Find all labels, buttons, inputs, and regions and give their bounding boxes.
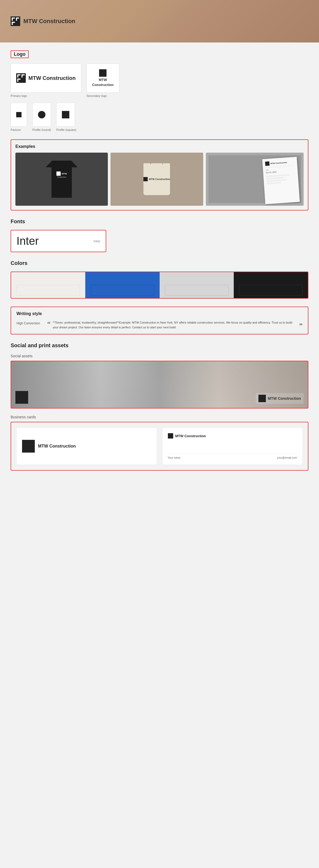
profile-round-icon xyxy=(38,111,46,118)
social-banner-right-qr-icon xyxy=(258,395,266,402)
paper-qr-icon xyxy=(265,161,269,166)
profile-square-card xyxy=(56,103,75,127)
bag-company-name: MTW Construction xyxy=(149,178,170,181)
bag-qr-icon xyxy=(143,177,148,181)
bizcard-front-qr-icon xyxy=(22,440,35,453)
example-paper: MTW Construction Date Oct 22, 2022 xyxy=(206,153,303,206)
profile-round-label: Profile (round) xyxy=(32,128,51,131)
bizcard-front: MTW Construction xyxy=(17,428,157,465)
favicon-item: Favicon xyxy=(11,103,27,131)
logo-top-row: MTW Construction Primary logo MTW Constr… xyxy=(11,63,308,97)
profile-square-item: Profile (square) xyxy=(56,103,76,131)
bizcard-back-company-name: MTW Construction xyxy=(175,434,206,438)
color-denim: Denim xyxy=(85,272,160,298)
primary-logo-label: Primary logo xyxy=(11,94,27,97)
bizcard-back-top: MTW Construction xyxy=(168,433,297,438)
examples-section: Examples MTW Construction xyxy=(11,140,308,211)
examples-title: Examples xyxy=(16,144,303,149)
hero-logo: MTW Construction xyxy=(11,17,76,26)
tshirt-qr-icon xyxy=(57,172,61,176)
profile-round-card xyxy=(32,103,51,127)
bizcard-subtitle: Business cards xyxy=(11,415,308,419)
social-banner-left-logo xyxy=(16,391,28,404)
quote-open: “ xyxy=(47,320,51,330)
example-bag: MTW Construction xyxy=(111,153,203,206)
color-porcelain: Porcelain xyxy=(11,272,85,298)
logo-bottom-row: Favicon Profile (round) Profile (square) xyxy=(11,103,308,131)
writing-title: Writing style xyxy=(17,311,302,316)
secondary-logo-line2: Construction xyxy=(92,83,114,87)
fonts-title: Fonts xyxy=(11,218,308,224)
bizcard-your-name: Your name xyxy=(168,456,181,459)
social-print-title: Social and print assets xyxy=(11,342,308,348)
social-banner: MTW Construction xyxy=(11,361,308,408)
primary-qr-icon xyxy=(16,73,26,83)
writing-quote: “ **Tones: professional, trustworthy, st… xyxy=(47,320,302,330)
fonts-section: Fonts Inter Inter xyxy=(11,218,308,252)
favicon-icon xyxy=(16,112,22,117)
color-porcelain-swatch xyxy=(17,285,80,296)
color-iron: Iron xyxy=(160,272,234,298)
bizcard-front-company-name: MTW Construction xyxy=(38,444,76,448)
secondary-logo-item: MTW Construction Secondary logo xyxy=(87,63,119,97)
social-banner-right-logo: MTW Construction xyxy=(256,393,303,404)
secondary-logo-label: Secondary logo xyxy=(87,94,107,97)
color-iron-swatch xyxy=(165,285,228,296)
primary-logo-display: MTW Construction xyxy=(16,73,76,83)
social-assets-subtitle: Social assets xyxy=(11,354,308,358)
color-denim-swatch xyxy=(91,285,154,296)
secondary-qr-icon xyxy=(99,69,107,77)
profile-square-icon xyxy=(62,111,69,118)
writing-row: High Conversion “ **Tones: professional,… xyxy=(17,320,302,330)
social-banner-company-name: MTW Construction xyxy=(268,396,301,401)
color-woodsmoke-swatch xyxy=(239,285,302,296)
primary-logo-card: MTW Construction xyxy=(11,63,81,93)
font-display: Inter xyxy=(17,235,39,247)
colors-title: Colors xyxy=(11,260,308,266)
bizcard-back-bottom: Your name your@email.com xyxy=(168,454,297,459)
favicon-label: Favicon xyxy=(11,128,21,131)
bizcard-back: MTW Construction Your name your@email.co… xyxy=(162,428,303,465)
bizcard-back-qr-icon xyxy=(168,433,173,438)
primary-logo-name: MTW Construction xyxy=(28,75,76,81)
secondary-logo-card: MTW Construction xyxy=(87,63,119,93)
logo-section: Logo MTW Construction Primary logo MTW xyxy=(11,51,308,131)
logo-section-title: Logo xyxy=(11,51,29,58)
profile-round-item: Profile (round) xyxy=(32,103,51,131)
writing-section: Writing style High Conversion “ **Tones:… xyxy=(11,307,308,335)
colors-grid: Porcelain Denim Iron Woodsmoke xyxy=(11,272,308,299)
example-tshirt: MTW Construction xyxy=(16,153,108,206)
writing-label: High Conversion xyxy=(17,320,43,325)
hero-banner: MTW Construction xyxy=(0,0,319,42)
main-content: Logo MTW Construction Primary logo MTW xyxy=(0,42,319,487)
font-name: Inter xyxy=(93,239,100,243)
colors-section: Colors Porcelain Denim Iron Woodsmoke xyxy=(11,260,308,299)
quote-close: ” xyxy=(299,322,302,330)
social-section: Social and print assets Social assets MT… xyxy=(11,342,308,471)
favicon-card xyxy=(11,103,27,127)
primary-logo-item: MTW Construction Primary logo xyxy=(11,63,81,97)
secondary-logo-display: MTW Construction xyxy=(92,69,114,87)
quote-text: **Tones: professional, trustworthy, stra… xyxy=(53,320,297,330)
secondary-logo-line1: MTW xyxy=(99,78,107,82)
bizcard-email: your@email.com xyxy=(277,456,297,459)
hero-company-name: MTW Construction xyxy=(23,18,76,25)
font-card: Inter Inter xyxy=(11,230,106,252)
social-banner-qr-icon xyxy=(16,391,28,404)
examples-grid: MTW Construction MTW Co xyxy=(16,153,303,206)
profile-square-label: Profile (square) xyxy=(56,128,76,131)
color-woodsmoke: Woodsmoke xyxy=(234,272,308,298)
hero-qr-icon xyxy=(11,17,20,26)
bizcard-container: MTW Construction MTW Construction Your n… xyxy=(11,422,308,471)
